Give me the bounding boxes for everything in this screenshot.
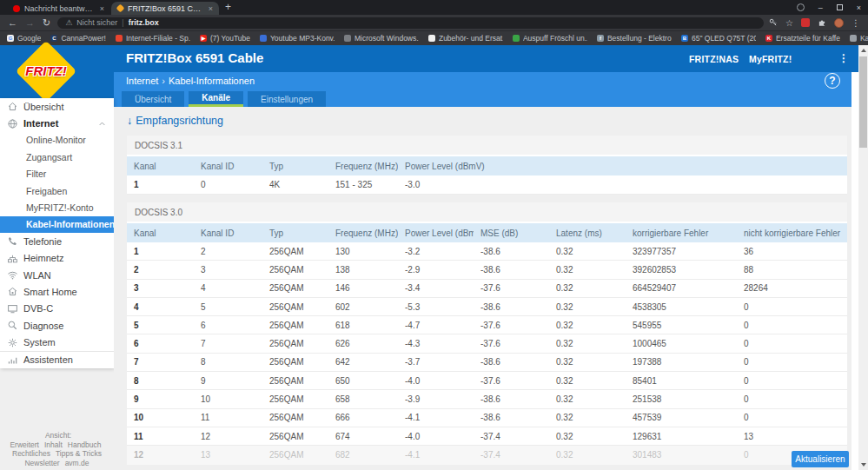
extensions-puzzle-icon[interactable] <box>818 15 826 30</box>
fritznas-link[interactable]: FRITZ!NAS <box>689 54 739 64</box>
sidebar-item-filter[interactable]: Filter <box>0 166 114 182</box>
bookmark-label: Youtube MP3-Konv... <box>270 34 335 43</box>
table-row-1: 104K151 - 325-3.0 <box>127 175 847 195</box>
table-row-5: 56256QAM618-4.7-37.60.325459550 <box>127 316 847 334</box>
tab-einstellungen[interactable]: Einstellungen <box>248 91 326 107</box>
table-cell: -37.6 <box>474 376 549 386</box>
bookmark-internet-filiale-sp[interactable]: Internet-Filiale - Sp... <box>116 34 190 43</box>
footer-link-avm-de[interactable]: avm.de <box>65 459 89 467</box>
bookmark-65-qled-q75t-20[interactable]: B65" QLED Q75T (20... <box>681 34 756 43</box>
table-cell: 0.32 <box>549 413 626 422</box>
bookmark-auspuff-fröschl-un[interactable]: Auspuff Fröschl un... <box>513 34 587 43</box>
bookmark-kasse-s-mühlenlä[interactable]: Kasse - 's Mühlenlä... <box>850 34 868 43</box>
bookmark-ersatzteile-für-kaffe[interactable]: KErsatzteile für Kaffe... <box>765 34 840 43</box>
table-cell: 138 <box>328 265 398 275</box>
breadcrumb-section[interactable]: Internet <box>126 76 158 86</box>
table-cell: 602 <box>328 302 398 312</box>
scrollbar-thumb[interactable] <box>859 56 867 148</box>
bookmark-microsoft-windows[interactable]: Microsoft Windows... <box>344 34 419 43</box>
bookmark-google[interactable]: GGoogle <box>7 34 41 43</box>
tab-close-icon[interactable]: × <box>209 4 213 13</box>
column-header-typ: Typ <box>262 162 328 171</box>
footer-link-rechtliches[interactable]: Rechtliches <box>12 449 50 458</box>
address-url[interactable]: fritz.box <box>129 18 159 27</box>
sidebar-footer: Ansicht: ErweitertInhaltHandbuchRechtlic… <box>0 431 114 467</box>
table-cell: 666 <box>328 413 398 422</box>
sidebar-item-myfritz-konto[interactable]: MyFRITZ!-Konto <box>0 199 114 215</box>
tab-title: FRITZ!Box 6591 Cable <box>128 4 204 13</box>
address-separator: | <box>122 18 123 27</box>
key-icon[interactable] <box>769 15 778 30</box>
sidebar-item-label: DVB-C <box>23 303 53 314</box>
sidebar-item-assistenten[interactable]: Assistenten <box>0 351 114 367</box>
bookmark-favicon <box>116 35 123 42</box>
footer-link-handbuch[interactable]: Handbuch <box>68 440 102 449</box>
browser-menu-icon[interactable]: ⋮ <box>851 18 860 28</box>
bookmark-star-icon[interactable]: ☆ <box>785 18 793 28</box>
table-cell: 256QAM <box>262 432 328 441</box>
sidebar-item-freigaben[interactable]: Freigaben <box>0 182 114 199</box>
table-row-4: 45256QAM602-5.3-38.60.3245383050 <box>127 298 847 316</box>
sidebar-item-telefonie[interactable]: Telefonie <box>0 233 114 249</box>
table-cell: 256QAM <box>262 247 328 256</box>
column-header-kanal: Kanal <box>127 162 194 171</box>
address-bar[interactable]: ⚠ Nicht sicher | fritz.box <box>57 17 764 29</box>
myfritz-link[interactable]: MyFRITZ! <box>749 54 792 64</box>
sidebar-item-übersicht[interactable]: Übersicht <box>0 98 114 115</box>
sidebar-item-dvb-c[interactable]: DVB-C <box>0 301 114 317</box>
back-icon[interactable]: ← <box>8 15 17 30</box>
browser-tab-nachricht-beantworten-vodafo[interactable]: Nachricht beantworten - Vodafo× <box>7 2 110 15</box>
section-heading[interactable]: ↓Empfangsrichtung <box>127 115 223 127</box>
bookmark-cannapower[interactable]: CCannaPower! <box>50 34 106 43</box>
minimize-button[interactable]: – <box>818 3 823 12</box>
sidebar-item-heimnetz[interactable]: Heimnetz <box>0 250 114 267</box>
forward-icon[interactable]: → <box>25 15 35 30</box>
wifi-icon <box>6 269 18 281</box>
bookmark-zubehör-und-ersat[interactable]: Zubehör- und Ersat... <box>428 34 503 43</box>
sidebar-item-smart-home[interactable]: Smart Home <box>0 283 114 300</box>
footer-link-newsletter[interactable]: Newsletter <box>24 459 59 467</box>
tab-close-icon[interactable]: × <box>100 4 104 13</box>
sidebar-item-wlan[interactable]: WLAN <box>0 267 114 283</box>
docsis30-title: DOCSIS 3.0 <box>127 202 847 223</box>
main-content: ↓Empfangsrichtung DOCSIS 3.1 KanalKanal … <box>114 107 851 470</box>
bookmark-favicon: B <box>681 35 688 42</box>
scrollbar-up-arrow[interactable] <box>861 49 866 52</box>
bookmark-label: Bestellung - Elektro... <box>607 34 672 43</box>
help-button[interactable]: ? <box>825 73 840 89</box>
page-scrollbar[interactable] <box>858 45 868 470</box>
table-cell: 392602853 <box>626 265 737 275</box>
sidebar-item-internet[interactable]: Internet <box>0 115 114 131</box>
table-cell: 0 <box>737 302 847 312</box>
profile-avatar[interactable] <box>834 18 844 28</box>
footer-link-tipps-tricks[interactable]: Tipps & Tricks <box>56 449 102 458</box>
table-cell: -4.0 <box>398 432 474 441</box>
sidebar-item-kabel-informationen[interactable]: Kabel-Informationen <box>0 216 114 233</box>
sidebar-item-system[interactable]: System <box>0 334 114 350</box>
maximize-button[interactable] <box>837 4 843 10</box>
sidebar-item-diagnose[interactable]: Diagnose <box>0 317 114 334</box>
table-cell: 130 <box>328 247 398 256</box>
new-tab-button[interactable]: + <box>225 1 231 14</box>
scrollbar-down-arrow[interactable] <box>861 463 866 467</box>
content-right-gutter <box>851 72 858 470</box>
tab-übersicht[interactable]: Übersicht <box>122 91 184 107</box>
header-menu-icon[interactable]: ⋮ <box>838 52 849 64</box>
bookmark-7-youtube[interactable]: ▶(7) YouTube <box>200 34 250 43</box>
browser-update-icon[interactable] <box>797 3 805 11</box>
fritz-logo-block: FRITZ! <box>0 45 114 98</box>
sidebar-item-online-monitor[interactable]: Online-Monitor <box>0 132 114 149</box>
bookmark-youtube-mp3-konv[interactable]: Youtube MP3-Konv... <box>260 34 335 43</box>
browser-tab-fritz-box-6591-cable[interactable]: FRITZ!Box 6591 Cable× <box>111 2 219 15</box>
refresh-button[interactable]: Aktualisieren <box>792 451 849 467</box>
sidebar-item-label: Telefonie <box>23 236 62 247</box>
sidebar-item-zugangsart[interactable]: Zugangsart <box>0 149 114 165</box>
chevron-up-icon[interactable] <box>98 120 106 128</box>
reload-icon[interactable]: ↻ <box>43 15 50 30</box>
close-button[interactable]: × <box>857 3 861 12</box>
bookmark-bestellung-elektro[interactable]: fBestellung - Elektro... <box>597 34 672 43</box>
table-cell: -37.6 <box>474 283 549 293</box>
footer-link-inhalt[interactable]: Inhalt <box>44 440 63 449</box>
adblock-extension-icon[interactable] <box>801 18 810 27</box>
tab-kanäle[interactable]: Kanäle <box>189 91 243 107</box>
